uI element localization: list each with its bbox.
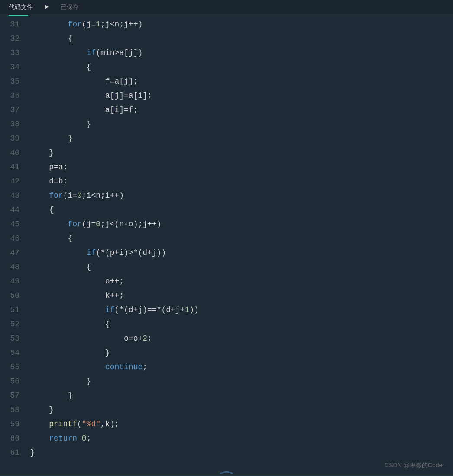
editor-header: 代码文件 已保存	[0, 0, 453, 15]
file-tab[interactable]: 代码文件	[9, 3, 33, 11]
code-line[interactable]: }	[30, 117, 453, 132]
tab-underline	[9, 15, 28, 16]
line-number: 45	[0, 217, 19, 232]
line-number: 56	[0, 374, 19, 389]
code-line[interactable]: o++;	[30, 274, 453, 289]
line-number: 57	[0, 389, 19, 403]
code-line[interactable]: }	[30, 146, 453, 160]
line-number: 34	[0, 60, 19, 74]
line-number: 55	[0, 360, 19, 374]
code-line[interactable]: a[j]=a[i];	[30, 89, 453, 103]
line-number: 60	[0, 431, 19, 446]
code-line[interactable]: {	[30, 203, 453, 217]
line-number: 38	[0, 117, 19, 132]
line-number: 32	[0, 32, 19, 46]
line-number: 44	[0, 203, 19, 217]
line-number: 51	[0, 303, 19, 317]
line-gutter: 3132333435363738394041424344454647484950…	[0, 15, 26, 476]
code-line[interactable]: }	[30, 132, 453, 146]
code-area[interactable]: for(j=1;j<n;j++) { if(min>a[j]) { f=a[j]…	[26, 15, 453, 476]
line-number: 39	[0, 132, 19, 146]
code-line[interactable]: {	[30, 32, 453, 46]
line-number: 41	[0, 160, 19, 174]
line-number: 37	[0, 103, 19, 117]
line-number: 33	[0, 46, 19, 60]
code-line[interactable]: {	[30, 232, 453, 246]
code-line[interactable]: }	[30, 346, 453, 360]
code-line[interactable]: p=a;	[30, 160, 453, 174]
line-number: 47	[0, 246, 19, 260]
code-line[interactable]: for(i=0;i<n;i++)	[30, 189, 453, 203]
code-line[interactable]: {	[30, 317, 453, 331]
line-number: 35	[0, 74, 19, 89]
code-line[interactable]: o=o+2;	[30, 331, 453, 346]
line-number: 50	[0, 289, 19, 303]
code-line[interactable]: }	[30, 374, 453, 389]
line-number: 54	[0, 346, 19, 360]
file-tab-label: 代码文件	[9, 3, 33, 10]
line-number: 52	[0, 317, 19, 331]
code-line[interactable]: f=a[j];	[30, 74, 453, 89]
code-line[interactable]: }	[30, 446, 453, 460]
watermark: CSDN @卑微的Coder	[385, 462, 444, 470]
line-number: 58	[0, 403, 19, 417]
code-line[interactable]: a[i]=f;	[30, 103, 453, 117]
line-number: 46	[0, 232, 19, 246]
code-line[interactable]: {	[30, 60, 453, 74]
code-line[interactable]: for(j=1;j<n;j++)	[30, 17, 453, 32]
code-line[interactable]: if(*(p+i)>*(d+j))	[30, 246, 453, 260]
line-number: 61	[0, 446, 19, 460]
code-line[interactable]: for(j=0;j<(n-o);j++)	[30, 217, 453, 232]
code-line[interactable]: if(*(d+j)==*(d+j+1))	[30, 303, 453, 317]
line-number: 36	[0, 89, 19, 103]
drag-handle-icon	[214, 470, 239, 474]
code-line[interactable]: d=b;	[30, 174, 453, 189]
line-number: 43	[0, 189, 19, 203]
line-number: 31	[0, 17, 19, 32]
code-line[interactable]: return 0;	[30, 431, 453, 446]
line-number: 49	[0, 274, 19, 289]
code-line[interactable]: if(min>a[j])	[30, 46, 453, 60]
play-icon[interactable]	[44, 4, 50, 11]
line-number: 53	[0, 331, 19, 346]
line-number: 59	[0, 417, 19, 431]
code-line[interactable]: }	[30, 403, 453, 417]
code-line[interactable]: {	[30, 260, 453, 274]
line-number: 40	[0, 146, 19, 160]
code-editor[interactable]: 3132333435363738394041424344454647484950…	[0, 15, 453, 476]
line-number: 42	[0, 174, 19, 189]
code-line[interactable]: k++;	[30, 289, 453, 303]
code-line[interactable]: printf("%d",k);	[30, 417, 453, 431]
line-number: 48	[0, 260, 19, 274]
code-line[interactable]: continue;	[30, 360, 453, 374]
saved-status: 已保存	[61, 3, 79, 11]
code-line[interactable]: }	[30, 389, 453, 403]
